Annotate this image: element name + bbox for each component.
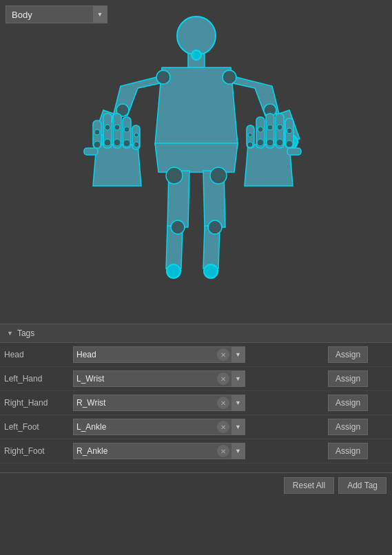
tag-row: Head ✕ ▼ Assign	[0, 343, 392, 367]
tag-input-wrapper: ✕ ▼	[73, 346, 245, 363]
tag-name-cell: Head	[0, 343, 69, 367]
tag-input-wrapper: ✕ ▼	[73, 443, 245, 459]
tag-row: Left_Hand ✕ ▼ Assign	[0, 367, 392, 391]
svg-point-30	[134, 133, 138, 137]
tags-section-header: ▼ Tags	[0, 324, 392, 343]
tags-header-label: Tags	[17, 328, 34, 338]
svg-point-46	[287, 128, 292, 134]
tag-clear-button[interactable]: ✕	[217, 397, 229, 409]
tag-input-cell: ✕ ▼	[69, 343, 324, 367]
svg-point-24	[123, 140, 130, 147]
svg-point-25	[134, 142, 139, 147]
svg-point-13	[208, 220, 222, 234]
tag-input-cell: ✕ ▼	[69, 391, 324, 415]
assign-button[interactable]: Assign	[328, 443, 368, 459]
assign-button[interactable]: Assign	[328, 395, 368, 411]
tag-assign-cell: Assign	[324, 439, 392, 463]
svg-point-44	[267, 125, 273, 130]
svg-rect-36	[287, 148, 301, 155]
svg-point-7	[223, 70, 236, 84]
svg-point-0	[177, 17, 216, 55]
tag-input-wrapper: ✕ ▼	[73, 419, 245, 435]
tag-dropdown-button[interactable]: ▼	[231, 346, 245, 363]
svg-point-39	[267, 139, 274, 146]
tag-dropdown-button[interactable]: ▼	[231, 395, 245, 411]
tag-value-input[interactable]	[74, 446, 217, 456]
svg-point-26	[94, 129, 100, 135]
tag-name-cell: Left_Hand	[0, 367, 69, 391]
tag-clear-button[interactable]: ✕	[217, 445, 229, 457]
tag-row: Left_Foot ✕ ▼ Assign	[0, 415, 392, 439]
body-dropdown[interactable]: Body ▼	[6, 6, 107, 23]
tag-clear-button[interactable]: ✕	[217, 348, 229, 361]
body-figure-svg	[31, 7, 362, 317]
tag-clear-button[interactable]: ✕	[217, 421, 229, 433]
svg-point-6	[156, 70, 170, 84]
tag-assign-cell: Assign	[324, 415, 392, 439]
svg-point-37	[247, 142, 253, 147]
svg-point-14	[192, 50, 201, 60]
svg-point-4	[167, 264, 180, 278]
dropdown-arrow-icon: ▼	[93, 6, 107, 23]
svg-rect-20	[84, 148, 98, 155]
tag-value-input[interactable]	[74, 350, 217, 359]
svg-point-28	[114, 125, 120, 130]
tag-assign-cell: Assign	[324, 367, 392, 391]
tag-input-wrapper: ✕ ▼	[73, 395, 245, 411]
svg-point-21	[94, 141, 101, 148]
tag-assign-cell: Assign	[324, 343, 392, 367]
tag-input-cell: ✕ ▼	[69, 415, 324, 439]
assign-button[interactable]: Assign	[328, 370, 368, 387]
tag-value-input[interactable]	[74, 374, 217, 384]
tag-name-cell: Right_Hand	[0, 391, 69, 415]
tag-assign-cell: Assign	[324, 391, 392, 415]
tag-dropdown-button[interactable]: ▼	[231, 370, 245, 387]
tag-dropdown-button[interactable]: ▼	[231, 443, 245, 459]
svg-point-43	[258, 127, 263, 132]
svg-point-10	[166, 167, 183, 184]
svg-point-12	[171, 220, 185, 234]
svg-point-22	[104, 139, 111, 146]
svg-point-42	[248, 133, 252, 137]
add-tag-button[interactable]: Add Tag	[338, 477, 386, 494]
tag-clear-button[interactable]: ✕	[217, 373, 229, 385]
tag-dropdown-button[interactable]: ▼	[231, 419, 245, 435]
svg-point-5	[204, 264, 218, 278]
tag-name-cell: Left_Foot	[0, 415, 69, 439]
svg-point-27	[105, 125, 110, 130]
body-viewer: Body ▼	[0, 0, 392, 324]
svg-point-38	[257, 139, 264, 146]
tag-row: Right_Hand ✕ ▼ Assign	[0, 391, 392, 415]
tags-arrow-icon: ▼	[7, 330, 13, 337]
bottom-bar: Reset All Add Tag	[0, 472, 392, 498]
tags-panel: ▼ Tags Head ✕ ▼ Assign Left_Hand ✕	[0, 324, 392, 498]
svg-point-40	[276, 139, 283, 146]
assign-button[interactable]: Assign	[328, 419, 368, 435]
tag-value-input[interactable]	[74, 398, 217, 408]
tag-name-cell: Right_Foot	[0, 439, 69, 463]
svg-point-45	[277, 125, 282, 130]
tag-row: Right_Foot ✕ ▼ Assign	[0, 439, 392, 463]
svg-point-11	[210, 167, 227, 184]
svg-point-23	[114, 139, 121, 146]
body-dropdown-label: Body	[6, 10, 93, 20]
tag-value-input[interactable]	[74, 422, 217, 432]
assign-button[interactable]: Assign	[328, 346, 368, 363]
svg-point-29	[124, 127, 130, 132]
tag-input-cell: ✕ ▼	[69, 367, 324, 391]
tag-input-wrapper: ✕ ▼	[73, 370, 245, 387]
reset-all-button[interactable]: Reset All	[284, 477, 334, 494]
svg-point-41	[286, 140, 293, 147]
tag-input-cell: ✕ ▼	[69, 439, 324, 463]
